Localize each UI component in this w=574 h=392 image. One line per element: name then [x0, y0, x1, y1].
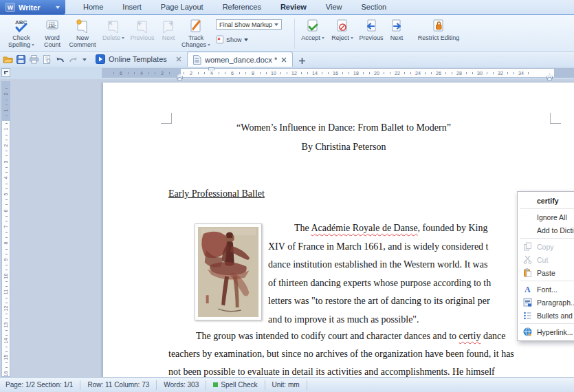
ruler-number: 8 [243, 69, 263, 77]
svg-text:A: A [525, 285, 531, 294]
paste-icon [518, 268, 537, 277]
accept-icon [305, 18, 321, 34]
ruler-top-margin: 21 [2, 82, 10, 121]
open-icon[interactable] [3, 54, 13, 65]
markup-view-dropdown[interactable]: Final Show Markup [216, 19, 282, 30]
new-tab-button[interactable] [296, 54, 308, 67]
menu-item-paste[interactable]: Paste [518, 266, 574, 279]
tab-section[interactable]: Section [351, 0, 396, 14]
status-spellcheck[interactable]: Spell Check [206, 380, 265, 390]
review-ribbon: ABC Check Spelling 123ABC Word Count New… [0, 15, 574, 52]
left-indent-knob[interactable] [177, 77, 182, 81]
previous-comment-icon [134, 18, 151, 34]
menu-separator [520, 208, 574, 209]
right-indent-knob[interactable] [547, 77, 552, 81]
ruler-number: 30 [470, 69, 490, 77]
vertical-ruler[interactable]: 21 12345678910111213141516 [1, 81, 10, 377]
writer-app-button[interactable]: W Writer [0, 0, 65, 14]
spellcheck-status-icon [213, 382, 218, 387]
tab-stop-icon [4, 71, 8, 74]
horizontal-ruler[interactable]: 642 246810121416182022242628303234 [102, 68, 574, 78]
status-unit[interactable]: Unit: mm [265, 380, 307, 390]
menu-item-label: Paste [537, 269, 555, 277]
menu-item-add-to-dictionary[interactable]: Add to Dictionary [518, 224, 574, 237]
ruler-number: 14 [2, 333, 10, 349]
tab-references[interactable]: References [213, 0, 271, 14]
tab-label: women_dance.docx * [205, 56, 277, 64]
button-label: Comment [69, 41, 96, 48]
status-row-column[interactable]: Row: 11 Column: 73 [80, 380, 157, 390]
accept-button[interactable]: Accept [298, 17, 328, 41]
word-count-button[interactable]: 123ABC Word Count [38, 17, 66, 48]
restrict-editing-button[interactable]: Restrict Editing [413, 17, 464, 41]
tab-view[interactable]: View [316, 0, 352, 14]
previous-change-button[interactable]: Previous [357, 17, 386, 41]
chevron-down-icon [244, 39, 248, 41]
ruler-number: 7 [2, 219, 10, 235]
save-icon[interactable] [16, 54, 26, 65]
spellcheck-flagged-text[interactable]: certiy [459, 331, 481, 341]
status-page-section[interactable]: Page: 1/2 Section: 1/1 [0, 380, 80, 390]
menu-item-hyperlink[interactable]: Hyperlink... [518, 325, 574, 338]
spellcheck-flagged-text[interactable]: Académie Royale de Danse [311, 223, 418, 233]
show-markup-button[interactable]: Show [216, 35, 282, 44]
tab-review[interactable]: Review [271, 0, 316, 14]
bullets-icon [518, 311, 537, 320]
close-icon[interactable] [280, 56, 287, 63]
previous-comment-button: Previous [128, 17, 157, 41]
document-page[interactable]: “Women’s Influence in Dance: From Ballet… [103, 83, 574, 377]
new-comment-button[interactable]: New Comment [66, 17, 99, 48]
print-icon[interactable] [29, 54, 39, 65]
menu-item-label: Paragraph... [537, 298, 574, 307]
spellcheck-context-menu: certify Ignore All Add to Dictionary Cop… [517, 191, 574, 341]
doc-tab-online-templates[interactable]: Online Templates [91, 52, 187, 67]
menu-item-bullets-numbering[interactable]: Bullets and Numbering [518, 309, 574, 322]
ballerina-painting [198, 227, 258, 317]
next-comment-icon [160, 18, 177, 34]
ruler-number: 1 [2, 102, 10, 119]
check-spelling-button[interactable]: ABC Check Spelling [4, 17, 38, 48]
chevron-down-icon [32, 44, 34, 46]
customize-toolbar-dropdown[interactable] [82, 58, 87, 61]
reject-button[interactable]: Reject [328, 17, 357, 41]
statusbar: Page: 1/2 Section: 1/1 Row: 11 Column: 7… [0, 377, 574, 392]
ballerina-figure-image[interactable] [195, 224, 262, 320]
ruler-number: 11 [2, 284, 10, 301]
new-comment-icon [74, 18, 91, 34]
menu-item-font[interactable]: A Font... [518, 283, 574, 296]
tab-home[interactable]: Home [74, 0, 113, 14]
menu-item-label: Bullets and Numbering [537, 312, 574, 320]
ruler-number: 4 [2, 170, 10, 186]
button-label: Previous [130, 34, 154, 41]
quick-access-toolbar [0, 54, 91, 67]
tab-stop-selector[interactable] [1, 68, 10, 77]
ruler-number: 34 [511, 69, 531, 77]
undo-icon[interactable] [55, 54, 65, 65]
tab-insert[interactable]: Insert [113, 0, 151, 14]
next-change-button[interactable]: Next [386, 17, 408, 41]
menu-item-label: Font... [537, 285, 558, 294]
status-word-count[interactable]: Words: 303 [157, 380, 206, 390]
paragraph-line: dance institution established in the Wes… [268, 259, 487, 270]
tab-label: Online Templates [109, 55, 172, 63]
print-preview-icon[interactable] [42, 54, 52, 65]
menu-separator [520, 281, 574, 281]
font-icon: A [518, 285, 537, 294]
button-label: Changes [181, 41, 206, 48]
redo-icon[interactable] [68, 54, 78, 65]
word-count-icon: 123ABC [44, 18, 60, 34]
copy-icon [518, 242, 537, 251]
menu-item-paragraph[interactable]: Paragraph... [518, 296, 574, 309]
ruler-v-scale: 12345678910111213141516 [2, 121, 10, 377]
paragraph-line: The group was intended to codify court a… [168, 331, 506, 342]
chevron-down-icon [322, 37, 324, 39]
menu-item-ignore-all[interactable]: Ignore All [518, 210, 574, 224]
menu-item-suggestion-certify[interactable]: certify [518, 194, 574, 207]
menu-item-label: Add to Dictionary [537, 226, 574, 235]
tab-page-layout[interactable]: Page Layout [151, 0, 213, 14]
close-icon[interactable] [175, 56, 182, 63]
doc-tab-women-dance[interactable]: women_dance.docx * [187, 52, 293, 67]
paragraph-line: letters was "to restore the art of danci… [268, 296, 490, 307]
ruler-number: 10 [2, 268, 10, 284]
track-changes-button[interactable]: Track Changes [180, 17, 212, 48]
